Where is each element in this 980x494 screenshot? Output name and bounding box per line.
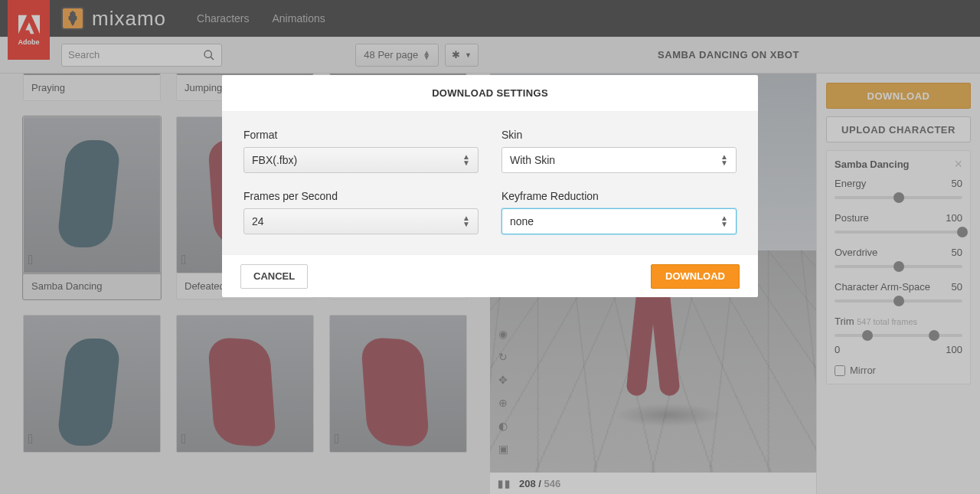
- fps-label: Frames per Second: [243, 190, 479, 202]
- skin-label: Skin: [501, 129, 737, 141]
- keyframe-reduction-select[interactable]: none ▲▼: [501, 208, 737, 234]
- modal-title: DOWNLOAD SETTINGS: [222, 75, 758, 112]
- updown-icon: ▲▼: [462, 215, 470, 227]
- fps-select[interactable]: 24 ▲▼: [243, 208, 479, 234]
- updown-icon: ▲▼: [462, 154, 470, 166]
- format-select[interactable]: FBX(.fbx) ▲▼: [243, 147, 479, 173]
- skin-select[interactable]: With Skin ▲▼: [501, 147, 737, 173]
- keyframe-reduction-label: Keyframe Reduction: [501, 190, 737, 202]
- download-confirm-button[interactable]: DOWNLOAD: [651, 264, 740, 289]
- updown-icon: ▲▼: [720, 154, 728, 166]
- download-settings-modal: DOWNLOAD SETTINGS Format FBX(.fbx) ▲▼ Sk…: [222, 75, 758, 297]
- updown-icon: ▲▼: [720, 215, 728, 227]
- cancel-button[interactable]: CANCEL: [240, 264, 308, 289]
- format-label: Format: [243, 129, 479, 141]
